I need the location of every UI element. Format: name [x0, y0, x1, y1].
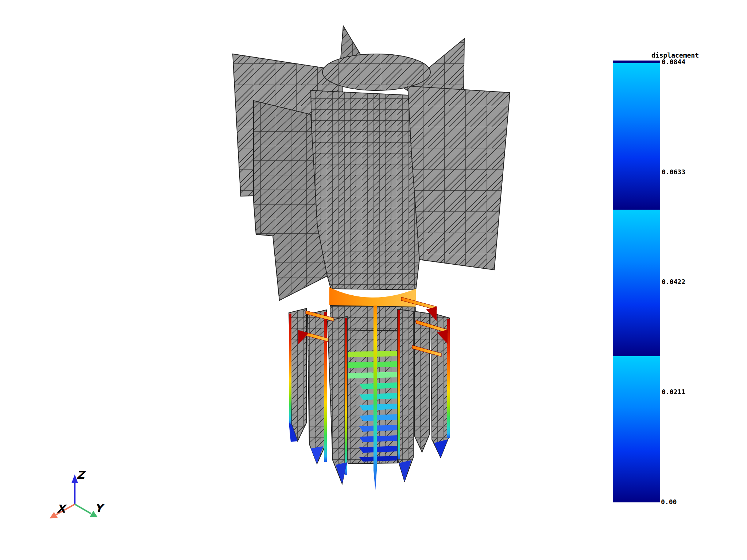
colorbar-tick-min: 0.00	[661, 498, 677, 506]
lower-finned-section	[289, 297, 450, 490]
colorbar-segment	[613, 63, 660, 210]
fin-left-mid	[307, 310, 326, 464]
fin-right-mid	[414, 311, 430, 452]
center-strip-rainbow	[374, 306, 377, 490]
colorbar-segment	[613, 356, 660, 502]
y-axis-line	[75, 504, 91, 514]
fin-left-inner	[328, 316, 347, 484]
fin-left-outer	[289, 308, 306, 441]
mesh-3d-viewport[interactable]: displacement 0.0844 0.0633 0.0422 0.0211…	[0, 0, 747, 560]
fin-edge-rainbow	[324, 312, 327, 462]
fin-edge-rainbow	[289, 314, 291, 425]
colorbar-legend: displacement 0.0844 0.0633 0.0422 0.0211…	[613, 51, 699, 506]
colorbar-segment	[613, 210, 660, 356]
y-axis-label: Y	[95, 502, 105, 514]
dome-cap	[322, 54, 430, 90]
axis-triad: X Y Z	[50, 468, 105, 518]
fin-edge-rainbow	[345, 318, 347, 475]
colorbar-tick: 0.0422	[662, 278, 685, 285]
upper-fin-assembly	[233, 26, 510, 300]
app-viewport: displacement 0.0844 0.0633 0.0422 0.0211…	[0, 0, 747, 560]
fin-edge-rainbow	[398, 310, 400, 459]
colorbar-tick: 0.0211	[662, 388, 685, 396]
front-right-fin	[408, 86, 510, 270]
colorbar-tick-max: 0.0844	[662, 58, 685, 66]
colorbar-top-cap	[613, 61, 660, 63]
colorbar-tick: 0.0633	[662, 168, 685, 176]
fin-edge-rainbow	[447, 319, 450, 438]
z-axis-label: Z	[77, 468, 86, 481]
